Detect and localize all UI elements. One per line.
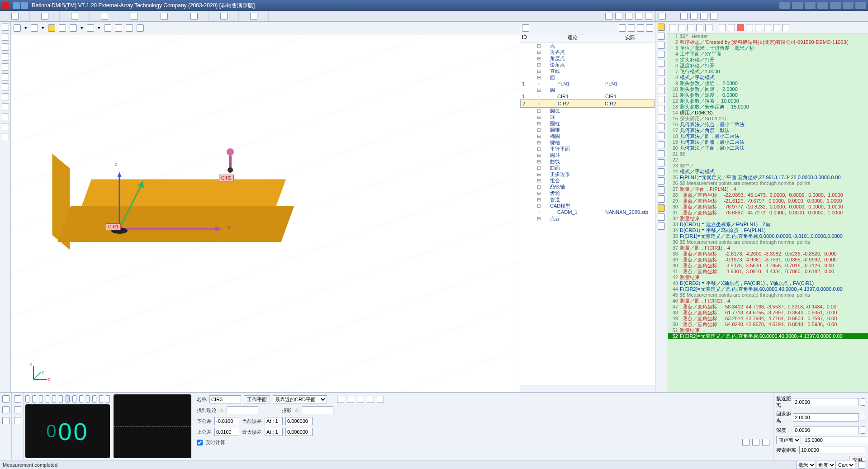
unit-mm-select[interactable]: 毫米 xyxy=(796,461,816,469)
form-icon[interactable] xyxy=(337,396,344,403)
codetab-icon[interactable] xyxy=(658,159,665,166)
lowtol-input[interactable] xyxy=(214,417,239,425)
col-id[interactable]: ID xyxy=(520,34,540,42)
ribbon-doc-icon[interactable] xyxy=(41,13,48,20)
code-icon[interactable] xyxy=(773,24,780,31)
tag-cir1[interactable]: CIR1 xyxy=(106,223,121,230)
code-tb-icon[interactable] xyxy=(690,13,697,20)
win-icon[interactable] xyxy=(805,2,816,9)
win-icon[interactable] xyxy=(792,2,803,9)
tree-row[interactable]: ⊟圆环 xyxy=(520,152,655,158)
tree-row[interactable]: ⊟正多边形 xyxy=(520,171,655,177)
tree-row[interactable]: 2◦CIR2CIR2 xyxy=(520,99,655,108)
bt-icon[interactable] xyxy=(14,406,21,413)
vt-icon[interactable] xyxy=(2,33,9,41)
vt-icon[interactable] xyxy=(2,93,9,100)
tree-row[interactable]: ⊟面 xyxy=(520,74,655,81)
ribbon-cloud-icon[interactable] xyxy=(190,13,198,20)
crd-select[interactable]: 最靠近的CRD平面 xyxy=(273,395,327,403)
vt-icon[interactable] xyxy=(2,123,9,130)
print-icon[interactable] xyxy=(115,24,122,32)
code-open-icon[interactable] xyxy=(678,24,685,31)
ribbon-shape-icon[interactable] xyxy=(615,13,622,20)
bt-icon[interactable] xyxy=(14,417,21,424)
tree-row[interactable]: ⊟管道 xyxy=(520,196,655,203)
form-icon[interactable] xyxy=(762,439,769,446)
bt-icon[interactable] xyxy=(14,395,21,403)
shape-icon[interactable] xyxy=(92,395,96,403)
refresh-icon[interactable] xyxy=(48,24,55,32)
code-save-icon[interactable] xyxy=(687,24,694,31)
codetab-icon[interactable] xyxy=(658,186,665,194)
workplane-button[interactable]: 工作平面 xyxy=(244,395,270,403)
tree-row[interactable]: ⊟曲面 xyxy=(520,165,655,171)
feature-tree[interactable]: ⊟点⊟边界点⊟角度点⊟边角点⊟直线⊟面1◦PLN1PLN1⊟圆1◦CIR1CIR… xyxy=(520,43,655,385)
code-icon[interactable] xyxy=(764,24,771,31)
code-icon[interactable] xyxy=(782,24,789,31)
tree-row[interactable]: ⊟平行平面 xyxy=(520,146,655,152)
codetab-icon[interactable] xyxy=(658,123,665,130)
code-tb-icon[interactable] xyxy=(680,13,688,20)
code-icon[interactable] xyxy=(746,24,753,31)
curerr-value[interactable] xyxy=(285,417,313,425)
minimize-icon[interactable] xyxy=(830,2,841,9)
spacing-input[interactable] xyxy=(803,436,868,444)
form-icon[interactable] xyxy=(752,439,759,446)
lock-icon[interactable] xyxy=(861,398,865,406)
maximize-icon[interactable] xyxy=(843,2,854,9)
ribbon-cube-icon[interactable] xyxy=(101,13,108,20)
codetab-icon[interactable] xyxy=(658,177,665,185)
code-icon[interactable] xyxy=(696,24,703,31)
spacing-select[interactable]: 间距离 xyxy=(776,436,801,444)
tree-row[interactable]: ⊟点云 xyxy=(520,215,655,222)
shape-icon[interactable] xyxy=(32,395,36,403)
form-icon[interactable] xyxy=(347,396,354,403)
circle-shape-icon[interactable] xyxy=(66,395,70,403)
window-buttons[interactable] xyxy=(779,2,866,9)
retract-input[interactable] xyxy=(793,413,859,422)
codetab-icon[interactable] xyxy=(658,141,665,148)
snapshot-icon[interactable] xyxy=(126,24,133,32)
form-icon[interactable] xyxy=(742,439,749,446)
codetab-icon[interactable] xyxy=(658,51,665,58)
status-icon[interactable] xyxy=(858,461,865,469)
tree-hdr-icon[interactable] xyxy=(619,24,626,32)
codetab-icon[interactable] xyxy=(658,105,665,112)
code-tb-icon[interactable] xyxy=(710,13,717,20)
search-input[interactable] xyxy=(799,446,865,454)
shape-icon[interactable] xyxy=(106,395,110,403)
tag-cir2[interactable]: CIR2 xyxy=(219,175,234,181)
shape-icon[interactable] xyxy=(25,395,29,403)
found-input[interactable] xyxy=(227,406,258,414)
vt-icon[interactable] xyxy=(2,113,9,120)
codetab-icon[interactable] xyxy=(658,168,665,175)
code-icon[interactable] xyxy=(755,24,762,31)
arrow-icon[interactable] xyxy=(31,24,38,32)
ribbon-flask-icon[interactable] xyxy=(161,13,168,20)
tree-row[interactable]: ⊟凸轮轴 xyxy=(520,184,655,190)
codetab-icon[interactable] xyxy=(658,195,665,203)
code-icon[interactable] xyxy=(728,24,735,31)
tree-row[interactable]: ⊟边界点 xyxy=(520,49,655,55)
run-icon[interactable] xyxy=(137,24,144,32)
codetab-icon[interactable] xyxy=(658,204,665,212)
codetab-icon[interactable] xyxy=(658,78,665,85)
code-tb-icon[interactable] xyxy=(700,13,707,20)
codetab-icon[interactable] xyxy=(658,69,665,76)
tree-hdr-icon[interactable] xyxy=(646,24,653,32)
ribbon-grid-icon[interactable] xyxy=(71,13,78,20)
vt-icon[interactable] xyxy=(2,53,9,61)
tree-row[interactable]: ⊟点 xyxy=(520,43,655,49)
col-actual[interactable]: 实际 xyxy=(605,34,655,42)
tree-row[interactable]: 1◦PLN1PLN1 xyxy=(520,81,655,87)
tree-row[interactable]: ⊟直线 xyxy=(520,68,655,74)
vt-icon[interactable] xyxy=(2,133,9,140)
tree-row[interactable]: ⊟圆柱 xyxy=(520,120,655,127)
codetab-icon[interactable] xyxy=(658,150,665,157)
code-icon[interactable] xyxy=(719,24,726,31)
codetab-icon[interactable] xyxy=(658,24,665,31)
unit-angle-select[interactable]: 角度 xyxy=(816,461,836,469)
3d-canvas[interactable]: z x CIR1 CIR2 z y x xyxy=(11,34,520,392)
proj-input[interactable] xyxy=(302,406,333,414)
layers-icon[interactable] xyxy=(104,24,111,32)
